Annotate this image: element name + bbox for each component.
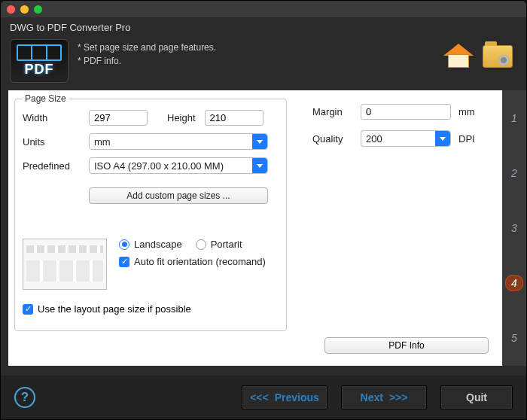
home-icon[interactable] [443,44,474,69]
predefined-value: ISO A4 (297.00 x 210.00 MM) [94,160,224,172]
minimize-icon[interactable] [20,5,29,14]
portrait-radio[interactable]: Portarit [196,239,242,250]
help-icon[interactable]: ? [14,387,35,408]
titlebar [1,1,526,17]
step-2[interactable]: 2 [502,145,526,200]
app-logo-icon: PDF [10,39,69,83]
autofit-checkbox[interactable]: Auto fit orientation (recomand) [119,256,266,267]
arrows-left-icon: <<< [250,391,269,403]
margin-unit: mm [458,106,475,117]
window-controls [7,5,42,14]
step-3[interactable]: 3 [502,200,526,255]
step-4[interactable]: 4 [502,256,526,311]
page-size-legend: Page Size [23,93,69,104]
radio-indicator-icon [119,239,129,250]
hint-line: * Set page size and page features. [78,41,443,54]
checkmark-icon [119,257,129,267]
step-1[interactable]: 1 [502,90,526,145]
header: PDF * Set page size and page features. *… [1,36,526,90]
margin-input[interactable] [361,104,451,120]
quit-button[interactable]: Quit [440,385,513,409]
units-label: Units [23,136,89,148]
quality-value: 200 [366,133,382,145]
pdf-info-button[interactable]: PDF Info [324,337,489,354]
hint-line: * PDF info. [78,54,443,68]
units-value: mm [94,136,111,148]
main-panel: Page Size Width Height Units mm Predefin… [8,90,502,366]
chevron-down-icon [435,131,450,146]
footer: ? <<< Previous Next >>> Quit [1,376,526,419]
use-layout-checkbox[interactable]: Use the layout page size if possible [23,303,279,315]
margin-label: Margin [312,106,361,117]
page-preview-thumbnail [23,239,107,290]
chevron-down-icon [252,158,267,173]
step-hints: * Set page size and page features. * PDF… [69,39,443,68]
radio-indicator-icon [196,239,206,250]
output-settings: Margin mm Quality 200 DPI [312,104,475,157]
add-custom-page-button[interactable]: Add custom page sizes ... [89,187,268,204]
quality-select[interactable]: 200 [361,130,451,147]
height-input[interactable] [205,110,264,126]
quality-unit: DPI [458,133,475,145]
predefined-label: Predefined [23,160,89,172]
quality-label: Quality [312,133,361,145]
next-button[interactable]: Next >>> [341,385,427,409]
settings-folder-icon[interactable] [483,45,513,68]
arrows-right-icon: >>> [389,391,408,403]
app-window: DWG to PDF Converter Pro PDF * Set page … [0,0,527,420]
close-icon[interactable] [7,5,15,14]
width-label: Width [23,112,89,123]
landscape-radio[interactable]: Landscape [119,239,182,250]
predefined-select[interactable]: ISO A4 (297.00 x 210.00 MM) [89,157,268,174]
step-5[interactable]: 5 [502,311,526,366]
zoom-icon[interactable] [34,5,42,14]
chevron-down-icon [252,134,267,149]
previous-button[interactable]: <<< Previous [242,385,327,409]
units-select[interactable]: mm [89,133,268,150]
width-input[interactable] [89,110,148,126]
app-title: DWG to PDF Converter Pro [1,17,526,36]
height-label: Height [167,112,196,123]
checkmark-icon [23,304,33,315]
page-size-group: Page Size Width Height Units mm Predefin… [14,93,287,331]
step-indicator: 1 2 3 4 5 [502,90,526,366]
